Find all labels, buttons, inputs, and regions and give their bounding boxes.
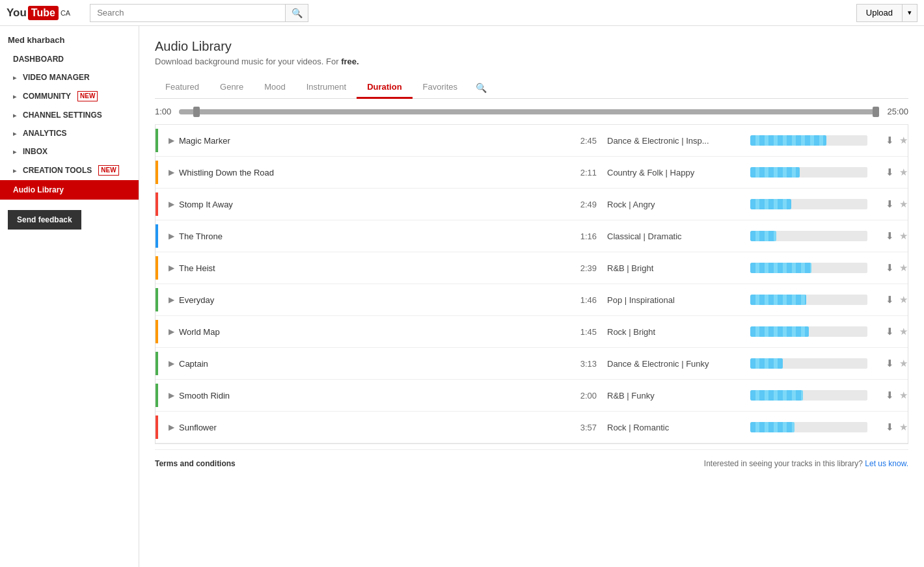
download-icon[interactable]: ⬇	[886, 166, 894, 178]
table-row: ▶ Sunflower 3:57 Rock | Romantic ⬇ ★	[156, 412, 908, 443]
track-actions: ⬇ ★	[875, 262, 908, 274]
sidebar-item-creation-tools[interactable]: ▸ CREATION TOOLS NEW	[0, 161, 139, 180]
favorite-icon[interactable]: ★	[899, 326, 908, 337]
sidebar-item-audio-library[interactable]: Audio Library	[0, 180, 139, 200]
track-actions: ⬇ ★	[875, 198, 908, 210]
play-button[interactable]: ▶	[163, 196, 179, 212]
play-button[interactable]: ▶	[163, 260, 179, 276]
sidebar-label-video-manager: VIDEO MANAGER	[23, 73, 90, 82]
sidebar-username: Med kharbach	[0, 26, 139, 50]
slider-handle-left[interactable]	[193, 107, 200, 117]
download-icon[interactable]: ⬇	[886, 389, 894, 401]
track-genre: Rock | Romantic	[607, 423, 750, 432]
favorite-icon[interactable]: ★	[899, 135, 908, 146]
download-icon[interactable]: ⬇	[886, 358, 894, 369]
favorite-icon[interactable]: ★	[899, 294, 908, 306]
sidebar-label-channel-settings: CHANNEL SETTINGS	[23, 111, 102, 120]
track-genre: Dance & Electronic | Funky	[607, 359, 750, 369]
tab-genre[interactable]: Genre	[210, 77, 254, 99]
slider-fill	[179, 109, 879, 114]
track-duration: 1:45	[558, 327, 597, 337]
layout: Med kharbach DASHBOARD ▸ VIDEO MANAGER ▸…	[0, 26, 924, 567]
track-actions: ⬇ ★	[875, 326, 908, 337]
download-icon[interactable]: ⬇	[886, 198, 894, 210]
track-actions: ⬇ ★	[875, 421, 908, 433]
sidebar-item-community[interactable]: ▸ COMMUNITY NEW	[0, 86, 139, 106]
sidebar-item-dashboard[interactable]: DASHBOARD	[0, 50, 139, 68]
tab-instrument[interactable]: Instrument	[296, 77, 357, 99]
play-button[interactable]: ▶	[163, 324, 179, 339]
tab-favorites[interactable]: Favorites	[413, 77, 468, 99]
track-duration-bar	[750, 422, 867, 432]
play-button[interactable]: ▶	[163, 133, 179, 148]
send-feedback-button[interactable]: Send feedback	[8, 210, 81, 230]
tab-mood[interactable]: Mood	[254, 77, 296, 99]
subtitle-free: free.	[341, 57, 359, 66]
topbar: YouTubeCA 🔍 Upload ▾	[0, 0, 924, 26]
duration-slider-track[interactable]	[179, 109, 879, 114]
page-subtitle: Download background music for your video…	[155, 57, 908, 66]
tab-duration[interactable]: Duration	[357, 77, 412, 99]
favorite-icon[interactable]: ★	[899, 389, 908, 401]
table-row: ▶ The Heist 2:39 R&B | Bright ⬇ ★	[156, 252, 908, 284]
track-bar-fill	[750, 135, 826, 146]
tabs-bar: Featured Genre Mood Instrument Duration …	[155, 77, 908, 99]
track-bar-fill	[750, 295, 806, 305]
new-badge-community: NEW	[77, 91, 98, 101]
sidebar: Med kharbach DASHBOARD ▸ VIDEO MANAGER ▸…	[0, 26, 139, 567]
tab-search[interactable]: 🔍	[468, 77, 495, 98]
table-row: ▶ World Map 1:45 Rock | Bright ⬇ ★	[156, 316, 908, 348]
track-genre: Country & Folk | Happy	[607, 168, 750, 178]
favorite-icon[interactable]: ★	[899, 421, 908, 433]
download-icon[interactable]: ⬇	[886, 326, 894, 337]
download-icon[interactable]: ⬇	[886, 135, 894, 146]
slider-max-label: 25:00	[887, 107, 908, 116]
upload-dropdown-button[interactable]: ▾	[902, 4, 917, 22]
upload-button[interactable]: Upload	[856, 4, 902, 22]
table-row: ▶ The Throne 1:16 Classical | Dramatic ⬇…	[156, 220, 908, 252]
chevron-icon-channel-settings: ▸	[13, 112, 16, 119]
play-button[interactable]: ▶	[163, 228, 179, 244]
sidebar-item-channel-settings[interactable]: ▸ CHANNEL SETTINGS	[0, 106, 139, 124]
track-genre: Rock | Angry	[607, 200, 750, 209]
sidebar-item-analytics[interactable]: ▸ ANALYTICS	[0, 124, 139, 142]
tab-featured[interactable]: Featured	[155, 77, 210, 99]
favorite-icon[interactable]: ★	[899, 198, 908, 210]
track-genre: Pop | Inspirational	[607, 295, 750, 305]
play-button[interactable]: ▶	[163, 388, 179, 403]
sidebar-label-community: COMMUNITY	[23, 92, 71, 101]
track-duration: 2:45	[558, 136, 597, 146]
download-icon[interactable]: ⬇	[886, 294, 894, 306]
logo: YouTubeCA	[7, 6, 70, 20]
table-row: ▶ Everyday 1:46 Pop | Inspirational ⬇ ★	[156, 284, 908, 316]
favorite-icon[interactable]: ★	[899, 358, 908, 369]
play-button[interactable]: ▶	[163, 165, 179, 180]
download-icon[interactable]: ⬇	[886, 230, 894, 242]
search-bar: 🔍	[90, 4, 350, 22]
footer-let-us-know[interactable]: Let us know.	[865, 459, 908, 468]
search-input[interactable]	[90, 4, 285, 22]
play-button[interactable]: ▶	[163, 356, 179, 371]
track-duration: 2:11	[558, 168, 597, 178]
track-color-bar	[156, 224, 158, 248]
favorite-icon[interactable]: ★	[899, 166, 908, 178]
track-duration-bar	[750, 326, 867, 337]
sidebar-item-video-manager[interactable]: ▸ VIDEO MANAGER	[0, 68, 139, 86]
play-button[interactable]: ▶	[163, 419, 179, 435]
favorite-icon[interactable]: ★	[899, 262, 908, 274]
play-button[interactable]: ▶	[163, 292, 179, 308]
track-duration: 3:57	[558, 423, 597, 432]
table-row: ▶ Stomp It Away 2:49 Rock | Angry ⬇ ★	[156, 189, 908, 220]
download-icon[interactable]: ⬇	[886, 421, 894, 433]
search-button[interactable]: 🔍	[285, 4, 308, 22]
track-actions: ⬇ ★	[875, 358, 908, 369]
footer-right-text: Interested in seeing your tracks in this…	[704, 459, 865, 468]
sidebar-item-inbox[interactable]: ▸ INBOX	[0, 142, 139, 161]
track-duration: 2:39	[558, 263, 597, 273]
download-icon[interactable]: ⬇	[886, 262, 894, 274]
slider-handle-right[interactable]	[873, 107, 879, 117]
footer-terms[interactable]: Terms and conditions	[155, 459, 236, 468]
track-duration-bar	[750, 263, 867, 273]
subtitle-text: Download background music for your video…	[155, 57, 341, 66]
favorite-icon[interactable]: ★	[899, 230, 908, 242]
